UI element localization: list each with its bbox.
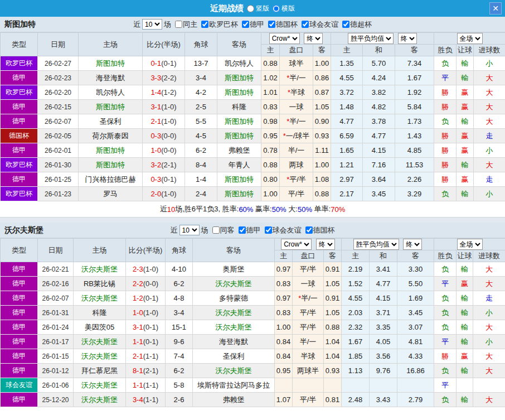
score-cell: 0-3(0-0)	[143, 129, 185, 143]
result-wdl: 勝	[434, 172, 457, 187]
league-filter-1[interactable]: 德甲	[240, 20, 264, 30]
avg-away: 4.81	[397, 335, 434, 349]
score-cell: 3-1(0-1)	[126, 320, 166, 335]
match-row: 德甲 26-01-31 科隆 1-0(1-0) 3-4 沃尔夫斯堡 0.83 平…	[1, 306, 505, 320]
away-team: 斯图加特	[217, 172, 261, 187]
result-handicap: 輸	[457, 262, 473, 277]
league-filter-2[interactable]: 德国杯	[303, 225, 335, 235]
layout-option-vertical[interactable]: 竖版	[247, 4, 269, 13]
col-header: 日期	[38, 239, 74, 262]
league-filter-checkbox[interactable]	[239, 226, 246, 234]
handicap-cell: *半/一	[293, 291, 324, 306]
home-team: 圣保利	[79, 114, 143, 129]
avg-final-select[interactable]: 终	[398, 33, 417, 44]
league-filter-checkbox[interactable]	[201, 21, 208, 28]
recent-results-window: 近期战绩 竖版 横版 ✕ 斯图加特 近 10 场 同主 欧罗巴杯	[0, 0, 505, 407]
league-filter-2[interactable]: 德国杯	[266, 20, 298, 30]
odds-away: 0.90	[313, 114, 331, 129]
recent-count-select[interactable]: 10	[142, 19, 162, 30]
avg-draw: 7.16	[363, 158, 395, 172]
league-filter-label: 德国杯	[276, 20, 298, 30]
odds-final-select[interactable]: 终	[316, 239, 335, 250]
home-team: 沃尔夫斯堡	[74, 393, 126, 407]
league-filter-checkbox[interactable]	[305, 226, 313, 234]
odds-header-cell: Crow* 终	[261, 33, 331, 45]
avg-type-select[interactable]: 胜平负均值	[348, 33, 394, 44]
summary-segment: 单率:	[312, 204, 331, 214]
odds-home: 0.97	[275, 291, 293, 306]
avg-away: 2.26	[395, 172, 434, 187]
avg-home: 4.77	[331, 114, 363, 129]
subcol-header: 进球数	[474, 45, 505, 56]
league-filter-0[interactable]: 德甲	[236, 225, 261, 235]
same-venue-checkbox[interactable]	[212, 226, 220, 234]
games-label: 场	[164, 20, 171, 30]
avg-away: 7.34	[395, 56, 434, 71]
odds-home: 1.00	[275, 320, 293, 335]
avg-draw: 3.45	[363, 187, 395, 201]
corners-cell: 5-8	[166, 378, 193, 393]
same-venue-filter[interactable]: 同主	[173, 20, 197, 30]
handicap-text: 平/半	[300, 308, 317, 317]
team-name: 沃尔夫斯堡	[4, 225, 43, 235]
league-filter-3[interactable]: 球会友谊	[299, 20, 338, 30]
avg-type-select[interactable]: 胜平负均值	[353, 239, 399, 250]
subcol-header: 和	[370, 250, 397, 262]
avg-home: 2.19	[342, 262, 370, 277]
same-venue-filter[interactable]: 同客	[210, 225, 235, 235]
league-filter-checkbox[interactable]	[302, 21, 309, 28]
handicap-text: 一球	[301, 279, 315, 288]
near-label: 近	[133, 20, 140, 30]
league-filter-checkbox[interactable]	[265, 226, 272, 234]
avg-final-select[interactable]: 终	[403, 239, 422, 250]
league-filter-0[interactable]: 欧罗巴杯	[199, 20, 238, 30]
league-filter-checkbox[interactable]	[242, 21, 249, 28]
result-handicap: 輸	[457, 158, 474, 172]
result-goals: 走	[474, 172, 505, 187]
handicap-cell: 一球	[280, 100, 313, 114]
league-filter-checkbox[interactable]	[342, 21, 349, 28]
horizontal-radio[interactable]	[273, 5, 280, 12]
odds-company-select[interactable]: Crow*	[281, 239, 312, 250]
close-button[interactable]: ✕	[489, 2, 502, 15]
games-label: 场	[201, 225, 208, 235]
odds-away: 0.81	[324, 393, 342, 407]
halftime-score: (0-1)	[143, 294, 158, 302]
layout-option-horizontal[interactable]: 横版	[273, 4, 295, 13]
matches-table: 类型日期主场比分(半场)角球客场 Crow* 终 胜平负均值 终 全场 主盘口客…	[0, 32, 505, 201]
odds-away: 0.88	[313, 187, 331, 201]
handicap-cell: 平/半	[293, 306, 324, 320]
close-icon: ✕	[492, 4, 499, 13]
fulltime-score: 3-2	[150, 161, 161, 169]
avg-header-cell: 胜平负均值 终	[331, 33, 434, 45]
league-filter-1[interactable]: 球会友谊	[263, 225, 302, 235]
odds-final-select[interactable]: 终	[304, 33, 323, 44]
league-badge: 德甲	[1, 291, 38, 306]
scope-select[interactable]: 全场	[457, 33, 483, 44]
corners-cell: 4-5	[185, 129, 217, 143]
avg-draw: 3.78	[363, 114, 395, 129]
league-badge: 德甲	[1, 335, 38, 349]
date-cell: 26-01-06	[38, 378, 74, 393]
odds-away: 1.04	[324, 335, 342, 349]
col-header: 类型	[1, 33, 38, 56]
home-team: 罗马	[79, 187, 143, 201]
avg-away: 4.33	[397, 349, 434, 364]
same-venue-checkbox[interactable]	[175, 21, 182, 28]
section-divider	[0, 217, 505, 223]
odds-company-select[interactable]: Crow*	[269, 33, 300, 44]
corners-cell: 6-2	[166, 277, 193, 291]
odds-away: 0.86	[313, 71, 331, 85]
league-filter-4[interactable]: 德超杯	[340, 20, 372, 30]
league-filter-checkbox[interactable]	[268, 21, 275, 28]
match-row: 德甲 26-02-16 RB莱比锡 2-2(0-0) 6-2 沃尔夫斯堡 0.8…	[1, 277, 505, 291]
avg-home: 3.72	[331, 85, 363, 100]
score-cell: 1-0(0-0)	[143, 143, 185, 158]
recent-count-select[interactable]: 10	[179, 225, 200, 235]
score-cell: 1-2(0-1)	[126, 291, 166, 306]
result-handicap: 輸	[457, 320, 473, 335]
odds-away: 1.04	[324, 349, 342, 364]
scope-select[interactable]: 全场	[457, 239, 483, 250]
vertical-radio[interactable]	[247, 5, 254, 12]
result-wdl: 负	[434, 320, 457, 335]
